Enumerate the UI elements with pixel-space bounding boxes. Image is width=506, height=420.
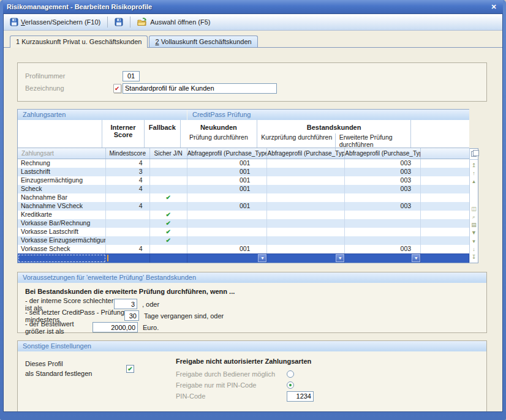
cell-abfrageprofil-erw[interactable]: 003 xyxy=(345,176,421,185)
col-mindestscore[interactable]: Mindestscore xyxy=(106,148,150,159)
cell-abfrageprofil-neu[interactable]: ▼ xyxy=(187,254,268,263)
cell-zahlungsart[interactable]: Nachnahme Bar xyxy=(18,193,106,202)
condition-days-input[interactable] xyxy=(124,310,139,321)
cell-abfrageprofil-erw[interactable] xyxy=(345,193,421,202)
cell-fallback[interactable]: ✔ xyxy=(150,228,187,236)
profile-number-input[interactable] xyxy=(123,71,140,81)
cell-fallback[interactable]: ✔ xyxy=(150,193,187,202)
dropdown-button[interactable]: ▼ xyxy=(336,254,344,262)
cell-abfrageprofil-neu[interactable]: 001 xyxy=(187,202,268,211)
cell-abfrageprofil-kurz[interactable] xyxy=(267,168,345,176)
table-row[interactable]: Lastschrift 3 ✔ 001 003 xyxy=(18,168,469,176)
cell-abfrageprofil-kurz[interactable] xyxy=(267,193,345,202)
dropdown-button[interactable]: ▼ xyxy=(412,254,420,262)
title-bar[interactable]: Risikomanagement - Bearbeiten Risikoprof… xyxy=(3,0,503,13)
condition-value-input[interactable] xyxy=(93,322,138,332)
table-row[interactable]: Vorkasse Einzugsermächtigung ✔ xyxy=(18,236,469,245)
cell-abfrageprofil-kurz[interactable] xyxy=(267,228,345,236)
cell-fallback[interactable]: ✔ xyxy=(150,202,187,211)
cell-mindestscore[interactable]: 4 xyxy=(106,202,150,211)
cell-mindestscore[interactable] xyxy=(106,236,150,245)
tab-vollauskunft[interactable]: 2 Vollauskunft Geschäftskunden xyxy=(149,36,257,47)
cell-abfrageprofil-neu[interactable] xyxy=(187,211,268,219)
cell-mindestscore[interactable]: 3 xyxy=(106,168,150,176)
cell-zahlungsart[interactable]: Kreditkarte xyxy=(18,211,106,219)
cell-abfrageprofil-kurz[interactable] xyxy=(267,185,345,193)
close-button[interactable]: ✕ xyxy=(488,2,499,12)
cell-abfrageprofil-erw[interactable]: 003 xyxy=(345,159,421,168)
col-zahlungsart[interactable]: Zahlungsart xyxy=(18,148,106,159)
edit-note-icon[interactable] xyxy=(113,84,121,93)
cell-mindestscore[interactable] xyxy=(106,219,150,228)
cell-abfrageprofil-erw[interactable] xyxy=(345,236,421,245)
cell-fallback[interactable]: ✔ xyxy=(150,219,187,228)
cell-abfrageprofil-kurz[interactable] xyxy=(267,245,345,253)
dropdown-button[interactable]: ▼ xyxy=(258,254,266,262)
cell-mindestscore[interactable] xyxy=(106,193,150,202)
cell-zahlungsart[interactable]: Vorkasse Lastschrift xyxy=(18,228,106,236)
table-row[interactable]: Vorkasse Scheck 4 ✔ 001 003 xyxy=(18,245,469,253)
cell-zahlungsart[interactable]: Einzugsermächtigung xyxy=(18,176,106,185)
nav-icon[interactable]: ↑ xyxy=(470,170,478,178)
copy-button[interactable] xyxy=(470,149,478,160)
cell-zahlungsart[interactable] xyxy=(18,254,106,263)
cell-abfrageprofil-erw[interactable]: ▼ xyxy=(345,254,421,263)
tab-kurzauskunft[interactable]: 1 Kurzauskunft Privat u. Geschäftskunden xyxy=(10,36,148,48)
cell-abfrageprofil-neu[interactable] xyxy=(187,219,268,228)
table-row[interactable]: Scheck 4 ✔ 001 003 xyxy=(18,185,469,193)
release-pin-radio[interactable] xyxy=(287,381,294,389)
cell-fallback[interactable]: ✔ xyxy=(150,245,187,253)
table-row[interactable]: Einzugsermächtigung 4 ✔ 001 003 xyxy=(18,176,469,185)
save-exit-button[interactable]: Verlassen/Speichern (F10) xyxy=(6,16,104,28)
col-sicher-jn[interactable]: Sicher J/N xyxy=(150,148,187,159)
nav-icon[interactable]: ◫ xyxy=(470,205,478,213)
cell-abfrageprofil-erw[interactable] xyxy=(345,228,421,236)
cell-zahlungsart[interactable]: Nachnahme VScheck xyxy=(18,202,106,211)
cell-abfrageprofil-neu[interactable]: 001 xyxy=(187,159,268,168)
cell-zahlungsart[interactable]: Rechnung xyxy=(18,159,106,168)
nav-icon[interactable]: ⌕ xyxy=(470,213,478,221)
cell-abfrageprofil-kurz[interactable] xyxy=(267,202,345,211)
cell-abfrageprofil-neu[interactable]: 001 xyxy=(187,176,268,185)
cell-abfrageprofil-kurz[interactable] xyxy=(267,219,345,228)
cell-fallback[interactable] xyxy=(150,254,187,263)
nav-icon[interactable]: ▼ xyxy=(470,229,478,237)
cell-abfrageprofil-kurz[interactable]: ▼ xyxy=(267,254,345,263)
condition-score-input[interactable] xyxy=(114,299,137,309)
cell-mindestscore[interactable]: 4 xyxy=(106,185,150,193)
cell-mindestscore[interactable]: 4 xyxy=(106,176,150,185)
cell-abfrageprofil-erw[interactable]: 003 xyxy=(345,168,421,176)
cell-abfrageprofil-neu[interactable] xyxy=(187,193,268,202)
cell-mindestscore[interactable] xyxy=(106,254,150,263)
table-row[interactable]: Vorkasse Lastschrift ✔ xyxy=(18,228,469,236)
save-button[interactable] xyxy=(111,16,127,28)
cell-abfrageprofil-kurz[interactable] xyxy=(267,211,345,219)
cell-zahlungsart[interactable]: Scheck xyxy=(18,185,106,193)
cell-fallback[interactable]: ✔ xyxy=(150,185,187,193)
col-abfrageprofil-neu[interactable]: Abfrageprofil (Purchase_Type) xyxy=(187,148,268,159)
cell-fallback[interactable]: ✔ xyxy=(150,168,187,176)
table-new-row-selected[interactable]: ▼ ▼ ▼ xyxy=(18,253,469,263)
cell-mindestscore[interactable] xyxy=(106,228,150,236)
release-operator-radio[interactable] xyxy=(287,370,294,378)
cell-zahlungsart[interactable]: Vorkasse Einzugsermächtigung xyxy=(18,236,106,245)
nav-icon[interactable]: ↥ xyxy=(470,162,478,170)
cell-zahlungsart[interactable]: Lastschrift xyxy=(18,168,106,176)
cell-abfrageprofil-neu[interactable] xyxy=(187,236,268,245)
cell-fallback[interactable]: ✔ xyxy=(150,236,187,245)
cell-abfrageprofil-erw[interactable]: 003 xyxy=(345,202,421,211)
table-row[interactable]: Vorkasse Bar/Rechnung ✔ xyxy=(18,219,469,228)
cell-mindestscore[interactable] xyxy=(106,211,150,219)
profile-name-input[interactable] xyxy=(123,83,277,94)
table-row[interactable]: Kreditkarte ✔ xyxy=(18,211,469,219)
cell-abfrageprofil-neu[interactable]: 001 xyxy=(187,185,268,193)
cell-mindestscore[interactable]: 4 xyxy=(106,245,150,253)
cell-zahlungsart[interactable]: Vorkasse Bar/Rechnung xyxy=(18,219,106,228)
table-row[interactable]: Nachnahme Bar ✔ xyxy=(18,193,469,202)
cell-abfrageprofil-kurz[interactable] xyxy=(267,159,345,168)
col-abfrageprofil-erw[interactable]: Abfrageprofil (Purchase_Type) xyxy=(345,148,421,159)
default-profile-checkbox[interactable]: ✔ xyxy=(126,365,134,373)
nav-icon[interactable]: ↧ xyxy=(470,253,478,261)
cell-abfrageprofil-erw[interactable]: 003 xyxy=(345,245,421,253)
table-row[interactable]: Nachnahme VScheck 4 ✔ 001 003 xyxy=(18,202,469,211)
